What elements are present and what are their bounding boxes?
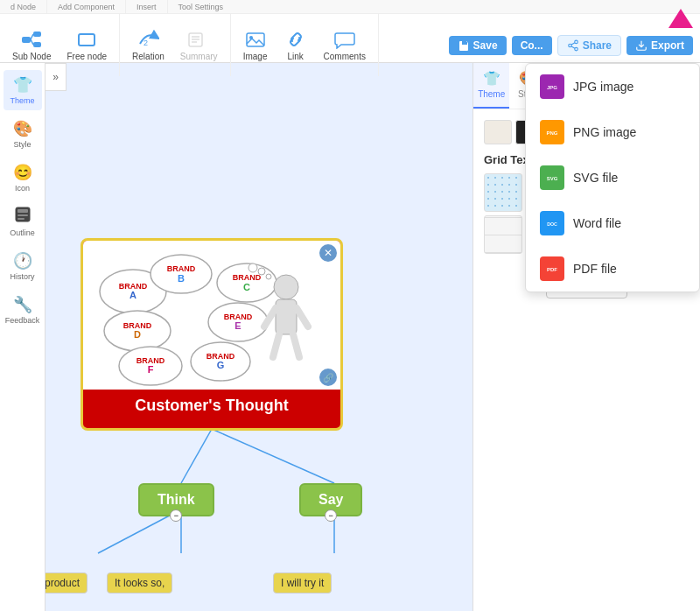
export-arrow-indicator: [668, 9, 693, 28]
add-node-section: Sub Node Free node: [0, 14, 120, 76]
svg-text:E: E: [234, 320, 241, 331]
theme-label: Theme: [10, 96, 34, 105]
export-jpg-label: JPG image: [573, 80, 634, 94]
jpg-icon: JPG: [540, 74, 564, 99]
svg-text:PNG: PNG: [546, 130, 557, 136]
think-expand[interactable]: −: [170, 509, 182, 522]
toolbar-labels: d Node Add Component Insert Tool Setting…: [0, 0, 700, 14]
export-svg[interactable]: SVG SVG file: [526, 155, 699, 200]
export-word-label: Word file: [573, 216, 621, 230]
svg-line-17: [571, 42, 575, 44]
sidebar-item-outline[interactable]: Outline: [4, 201, 42, 242]
svg-point-55: [258, 268, 265, 275]
svg-text:DOC: DOC: [547, 221, 557, 227]
product-label: d product: [46, 577, 80, 589]
history-label: History: [10, 272, 34, 281]
export-dropdown: JPG JPG image PNG PNG image SVG SVG file…: [525, 63, 700, 292]
summary-button[interactable]: Summary: [175, 25, 223, 65]
svg-text:A: A: [130, 290, 136, 300]
sub-node-try[interactable]: I will try it: [273, 572, 332, 593]
outline-icon: [15, 207, 31, 227]
add-node-label: d Node: [0, 0, 47, 13]
svg-point-15: [574, 47, 578, 51]
export-jpg[interactable]: JPG JPG image: [526, 64, 699, 109]
try-label: I will try it: [281, 577, 324, 589]
node-close-button[interactable]: ✕: [319, 244, 337, 262]
relation-icon: 2: [136, 29, 160, 50]
save-button[interactable]: Save: [449, 36, 507, 55]
svg-text:C: C: [243, 282, 250, 292]
texture-dots-light[interactable]: [484, 173, 522, 212]
link-icon: [284, 29, 308, 50]
sidebar-item-style[interactable]: 🎨 Style: [4, 114, 42, 154]
svg-text:D: D: [134, 329, 141, 340]
add-component-label: Add Component: [47, 0, 126, 13]
link-button[interactable]: Link: [278, 25, 313, 65]
free-node-button[interactable]: Free node: [61, 25, 112, 65]
feedback-label: Feedback: [5, 316, 40, 325]
svg-text:G: G: [217, 360, 225, 370]
svg-line-50: [264, 308, 276, 327]
pdf-icon: PDF: [540, 256, 564, 281]
svg-line-3: [31, 34, 33, 39]
add-component-section: 2 Relation Summary: [120, 14, 231, 76]
svg-text:BRAND: BRAND: [167, 264, 196, 273]
sidebar-item-feedback[interactable]: 🔧 Feedback: [4, 290, 42, 330]
svg-rect-2: [33, 42, 41, 47]
image-button[interactable]: Image: [238, 25, 273, 65]
svg-rect-11: [247, 33, 264, 46]
sub-node-button[interactable]: Sub Node: [7, 25, 56, 65]
canvas-area[interactable]: ✕ BRAND A BRAND B BRAND C BRAND D BRAND …: [46, 63, 472, 611]
sub-node-product[interactable]: d product: [46, 572, 88, 593]
svg-text:PDF: PDF: [547, 267, 557, 272]
svg-text:JPG: JPG: [547, 85, 557, 90]
svg-rect-5: [79, 34, 94, 46]
share-button[interactable]: Share: [557, 35, 621, 56]
sidebar-item-icon[interactable]: 😊 Icon: [4, 158, 42, 198]
export-pdf-label: PDF file: [573, 262, 617, 276]
texture-plain-2[interactable]: [484, 215, 522, 254]
icon-icon: 😊: [13, 163, 32, 182]
say-expand[interactable]: −: [325, 509, 337, 522]
sidebar-item-history[interactable]: 🕐 History: [4, 246, 42, 286]
sub-node-looks[interactable]: It looks so,: [107, 572, 172, 593]
think-node[interactable]: Think −: [138, 483, 214, 516]
insert-label: Insert: [126, 0, 168, 13]
main-node[interactable]: ✕ BRAND A BRAND B BRAND C BRAND D BRAND …: [80, 238, 343, 431]
insert-section: Image Link Comments: [231, 14, 379, 76]
co-button[interactable]: Co...: [512, 36, 552, 55]
say-node[interactable]: Say −: [299, 483, 362, 516]
svg-rect-20: [18, 214, 28, 216]
export-pdf[interactable]: PDF PDF file: [526, 246, 699, 291]
export-svg-label: SVG file: [573, 171, 618, 185]
svg-line-51: [297, 308, 308, 327]
comments-button[interactable]: Comments: [318, 25, 371, 65]
svg-icon: SVG: [540, 165, 564, 190]
tool-settings-label: Tool Settings: [168, 0, 234, 13]
node-link-button[interactable]: 🔗: [319, 369, 337, 386]
theme-icon: 👕: [13, 75, 32, 95]
export-word[interactable]: DOC Word file: [526, 200, 699, 246]
svg-text:B: B: [178, 273, 185, 284]
main-node-title: Customer's Thought: [83, 390, 340, 422]
relation-button[interactable]: 2 Relation: [127, 25, 170, 65]
outline-label: Outline: [10, 228, 35, 237]
swatch-tan[interactable]: [484, 120, 512, 144]
export-button[interactable]: Export: [626, 36, 693, 55]
export-png-label: PNG image: [573, 125, 636, 139]
image-icon: [243, 29, 268, 50]
summary-icon: [186, 29, 211, 50]
png-icon: PNG: [540, 120, 564, 144]
icon-label: Icon: [15, 184, 30, 193]
main-node-image: ✕ BRAND A BRAND B BRAND C BRAND D BRAND …: [83, 241, 340, 390]
tab-theme-label: Theme: [478, 89, 505, 99]
svg-rect-1: [33, 32, 41, 37]
image-label: Image: [243, 52, 268, 61]
svg-line-53: [293, 334, 299, 357]
svg-rect-21: [18, 218, 24, 220]
svg-text:BRAND: BRAND: [233, 273, 262, 282]
comments-icon: [332, 29, 357, 50]
style-icon: 🎨: [13, 119, 32, 138]
svg-rect-0: [22, 37, 31, 43]
export-png[interactable]: PNG PNG image: [526, 109, 699, 155]
